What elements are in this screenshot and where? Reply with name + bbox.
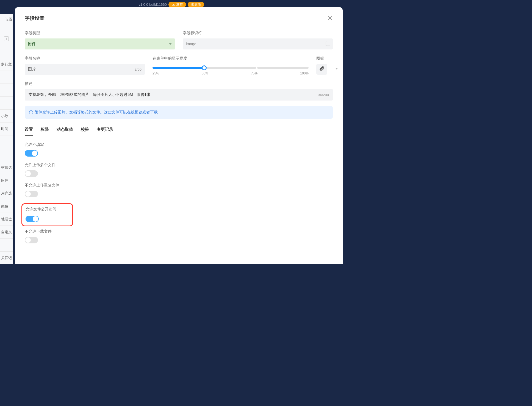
info-banner: i 附件允许上传图片、文档等格式的文件。这些文件可以在线预览或者下载 [25, 106, 333, 119]
setting-allow-empty: 允许不填写 [25, 142, 333, 157]
form-row-1: 字段类型 附件 字段标识符 image [25, 31, 333, 49]
field-type-value: 附件 [28, 41, 36, 46]
field-id-col: 字段标识符 image [183, 31, 333, 49]
tabs: 设置 权限 动态取值 校验 变更记录 [25, 127, 333, 136]
width-slider[interactable]: 25% 50% 75% 100% [153, 64, 309, 75]
form-row-2: 字段名称 图片 2/50 在表单中的显示宽度 25% [25, 56, 333, 75]
field-type-select[interactable]: 附件 [25, 38, 175, 49]
tab-history[interactable]: 变更记录 [97, 127, 113, 136]
description-counter: 36/200 [318, 93, 329, 97]
info-icon: i [29, 110, 33, 114]
tick-25: 25% [153, 71, 159, 75]
allow-empty-toggle[interactable] [25, 150, 38, 157]
field-settings-modal: 字段设置 字段类型 附件 字段标识符 image 字段名称 [15, 7, 343, 264]
setting-allow-multi: 允许上传多个文件 [25, 163, 333, 177]
tick-75: 75% [251, 71, 257, 75]
setting-allow-public: 允许文件公开访问 [26, 207, 69, 222]
field-name-label: 字段名称 [25, 56, 145, 61]
tab-dynamic[interactable]: 动态取值 [57, 127, 73, 136]
icon-col: 图标 [316, 56, 333, 75]
copy-icon[interactable] [326, 42, 329, 46]
description-input[interactable]: 支持JPG，PNG，JEPG格式的图片，每张图片大小不超过5M，限传1张 36/… [25, 89, 333, 101]
slider-seg-1 [153, 67, 204, 69]
allow-multi-label: 允许上传多个文件 [25, 163, 333, 168]
display-width-label: 在表单中的显示宽度 [153, 56, 309, 61]
description-value: 支持JPG，PNG，JEPG格式的图片，每张图片大小不超过5M，限传1张 [29, 92, 150, 97]
display-width-col: 在表单中的显示宽度 25% 50% 75% 100% [153, 56, 309, 75]
modal-header: 字段设置 [25, 15, 333, 21]
tab-validation[interactable]: 校验 [81, 127, 89, 136]
modal-title: 字段设置 [25, 15, 45, 21]
field-name-counter: 2/50 [135, 67, 142, 71]
highlight-box: 允许文件公开访问 [21, 203, 73, 226]
info-banner-text: 附件允许上传图片、文档等格式的文件。这些文件可以在线预览或者下载 [35, 110, 158, 115]
icon-label: 图标 [316, 56, 333, 61]
field-id-label: 字段标识符 [183, 31, 333, 36]
close-icon[interactable] [327, 15, 333, 21]
tick-50: 50% [202, 71, 208, 75]
field-name-input[interactable]: 图片 2/50 [25, 64, 145, 75]
field-name-col: 字段名称 图片 2/50 [25, 56, 145, 75]
setting-no-dup: 不允许上传重复文件 [25, 183, 333, 197]
field-type-col: 字段类型 附件 [25, 31, 175, 49]
slider-track-bg [153, 67, 309, 69]
allow-public-toggle[interactable] [26, 216, 39, 222]
no-dup-label: 不允许上传重复文件 [25, 183, 333, 188]
slider-seg-3 [257, 67, 309, 69]
allow-empty-label: 允许不填写 [25, 142, 333, 147]
setting-no-download: 不允许下载文件 [25, 229, 333, 243]
allow-public-label: 允许文件公开访问 [26, 207, 69, 212]
chevron-down-icon [336, 68, 338, 69]
icon-picker[interactable] [316, 64, 327, 75]
slider-seg-2 [205, 67, 256, 69]
field-name-value: 图片 [28, 67, 36, 72]
slider-labels: 25% 50% 75% 100% [153, 71, 309, 75]
tab-settings[interactable]: 设置 [25, 127, 33, 136]
paperclip-icon [319, 66, 325, 73]
field-id-input[interactable]: image [183, 38, 333, 49]
description-label: 描述 [25, 81, 333, 86]
no-download-label: 不允许下载文件 [25, 229, 333, 234]
allow-multi-toggle[interactable] [25, 170, 38, 177]
slider-thumb[interactable] [202, 65, 207, 70]
tick-100: 100% [300, 71, 309, 75]
chevron-down-icon [169, 43, 172, 45]
no-download-toggle[interactable] [25, 237, 38, 243]
field-type-label: 字段类型 [25, 31, 175, 36]
field-id-value: image [186, 42, 196, 46]
modal-mask: 字段设置 字段类型 附件 字段标识符 image 字段名称 [0, 0, 343, 264]
no-dup-toggle[interactable] [25, 191, 38, 197]
tab-permissions[interactable]: 权限 [41, 127, 49, 136]
